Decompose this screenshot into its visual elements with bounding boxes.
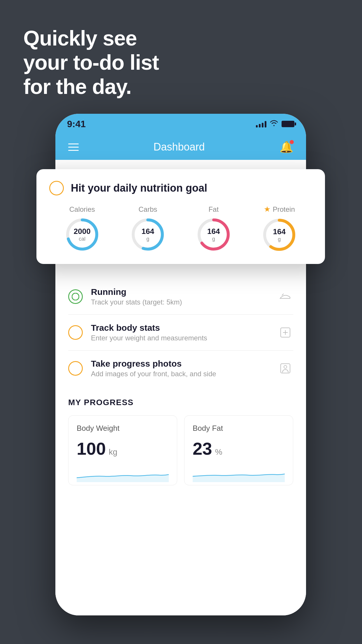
battery-icon [282,121,294,127]
hero-line2: your to-do list [23,50,159,75]
carbs-value: 164 [142,227,154,236]
todo-checkbox-running[interactable] [68,289,83,304]
body-weight-chart [77,465,169,482]
svg-point-3 [284,365,287,368]
fat-donut: 164 g [196,217,231,252]
body-fat-chart [193,465,285,482]
body-weight-title: Body Weight [77,424,169,433]
fat-unit: g [207,236,220,242]
todo-text-running: Running Track your stats (target: 5km) [91,287,269,306]
fat-value: 164 [207,227,220,236]
wifi-icon [270,120,278,128]
hero-text: Quickly see your to-do list for the day. [23,26,159,99]
list-item[interactable]: Running Track your stats (target: 5km) [68,279,293,315]
nutrition-card: Hit your daily nutrition goal Calories 2… [36,169,325,264]
hero-line1: Quickly see [23,26,159,50]
todo-title: Take progress photos [91,359,269,369]
body-fat-title: Body Fat [193,424,285,433]
todo-subtitle: Enter your weight and measurements [91,334,269,342]
signal-icon [256,120,266,127]
protein-label: ★ Protein [264,205,295,214]
person-icon [277,360,293,376]
svg-point-0 [72,293,79,300]
list-item[interactable]: Take progress photos Add images of your … [68,351,293,386]
nav-bar: Dashboard 🔔 [55,134,306,160]
progress-section: MY PROGRESS Body Weight 100 kg [55,386,306,485]
calories-unit: cal [74,236,91,242]
body-weight-card[interactable]: Body Weight 100 kg [68,415,177,485]
body-fat-card[interactable]: Body Fat 23 % [184,415,293,485]
status-time: 9:41 [67,119,86,130]
todo-title: Running [91,287,269,297]
body-weight-unit: kg [109,447,117,457]
body-weight-value: 100 [77,439,106,459]
nutrition-checkbox[interactable] [49,181,64,195]
body-fat-value: 23 [193,439,212,459]
calories-donut: 2000 cal [65,217,100,252]
status-bar: 9:41 [55,114,306,134]
todo-checkbox-bodystats[interactable] [68,325,83,340]
todo-text-photos: Take progress photos Add images of your … [91,359,269,378]
protein-donut: 164 g [262,217,297,252]
protein-unit: g [273,236,286,243]
todo-text-bodystats: Track body stats Enter your weight and m… [91,323,269,342]
notification-bell-icon[interactable]: 🔔 [280,141,293,153]
hero-line3: for the day. [23,75,159,99]
calories-value: 2000 [74,227,91,236]
fat-label: Fat [208,205,219,214]
body-weight-value-row: 100 kg [77,439,169,459]
macro-fat: Fat 164 g [196,205,231,252]
macro-protein: ★ Protein 164 g [262,205,297,252]
body-fat-unit: % [215,447,222,457]
todo-title: Track body stats [91,323,269,333]
star-icon: ★ [264,205,270,214]
todo-checkbox-photos[interactable] [68,361,83,376]
list-item[interactable]: Track body stats Enter your weight and m… [68,315,293,351]
carbs-donut: 164 g [130,217,165,252]
nav-title: Dashboard [153,141,205,153]
notification-dot [290,140,294,144]
progress-header: MY PROGRESS [68,398,293,407]
scale-icon [277,325,293,340]
protein-value: 164 [273,227,286,236]
todo-subtitle: Track your stats (target: 5km) [91,298,269,306]
carbs-unit: g [142,236,154,242]
nutrition-card-title: Hit your daily nutrition goal [71,182,207,194]
todo-list: Running Track your stats (target: 5km) T… [55,279,306,386]
progress-cards: Body Weight 100 kg Body Fat [68,415,293,485]
body-fat-value-row: 23 % [193,439,285,459]
status-icons [256,120,294,128]
nutrition-card-header: Hit your daily nutrition goal [49,181,312,195]
macro-carbs: Carbs 164 g [130,205,165,252]
todo-subtitle: Add images of your front, back, and side [91,370,269,378]
macro-calories: Calories 2000 cal [65,205,100,252]
carbs-label: Carbs [138,205,157,214]
shoe-icon [277,289,293,304]
hamburger-menu[interactable] [68,144,79,151]
calories-label: Calories [69,205,95,214]
macros-row: Calories 2000 cal Carbs [49,205,312,252]
